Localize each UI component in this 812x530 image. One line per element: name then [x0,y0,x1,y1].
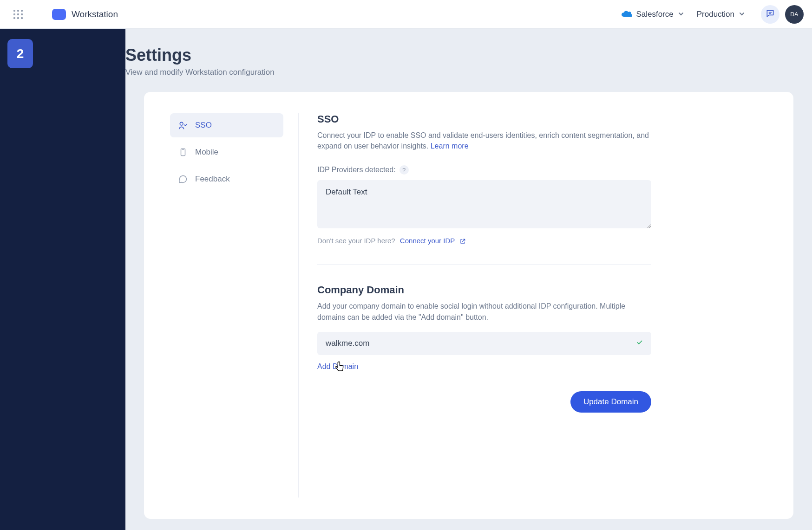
help-button[interactable] [761,5,779,24]
brand: Workstation [36,9,118,20]
help-tooltip-icon[interactable]: ? [399,165,409,175]
idp-hint: Don't see your IDP here? Connect your ID… [317,237,651,245]
avatar-initials: DA [790,11,799,18]
section-company-domain: Company Domain Add your company domain t… [317,264,651,432]
nav-tile-label: 2 [17,46,24,61]
idp-detected-label: IDP Providers detected: ? [317,165,651,175]
settings-tab-label: SSO [195,121,212,130]
section-sso: SSO Connect your IDP to enable SSO and v… [317,113,651,264]
topbar-divider [756,6,756,22]
svg-point-0 [180,122,183,125]
connect-idp-label: Connect your IDP [400,237,455,245]
user-avatar[interactable]: DA [785,5,804,24]
idp-label-text: IDP Providers detected: [317,166,396,174]
cloud-icon [621,11,631,18]
domain-value: walkme.com [326,339,369,348]
domain-description: Add your company domain to enable social… [317,301,651,322]
sso-description-text: Connect your IDP to enable SSO and valid… [317,131,649,150]
sso-description: Connect your IDP to enable SSO and valid… [317,130,651,151]
sso-heading: SSO [317,113,651,125]
domain-input-row[interactable]: walkme.com [317,332,651,355]
update-domain-button[interactable]: Update Domain [570,391,651,413]
settings-tab-label: Mobile [195,148,218,157]
add-domain-label: Add Domain [317,362,358,371]
mobile-icon [178,148,188,157]
chevron-down-icon [739,10,745,19]
feedback-icon [178,175,188,184]
external-link-icon [459,238,466,245]
page-subtitle: View and modify Workstation configuratio… [125,68,812,77]
idp-textarea[interactable] [317,180,651,228]
domain-actions: Update Domain [317,391,651,413]
check-icon [636,339,643,348]
learn-more-link[interactable]: Learn more [431,142,469,150]
brand-logo-icon [52,9,66,20]
settings-nav: SSO Mobile Feedback [170,113,283,498]
environment-selector[interactable]: Production [690,7,751,22]
chevron-down-icon [678,10,684,19]
settings-card: SSO Mobile Feedback [144,92,793,519]
page-title: Settings [125,45,812,65]
add-domain-link[interactable]: Add Domain [317,362,358,371]
domain-heading: Company Domain [317,284,651,296]
settings-tab-mobile[interactable]: Mobile [170,140,283,164]
nav-tile-2[interactable]: 2 [7,39,33,68]
sso-icon [178,121,188,130]
app-switcher-button[interactable] [0,0,36,29]
left-nav: 2 [0,29,125,530]
grid-icon [13,10,23,19]
settings-tab-label: Feedback [195,175,230,184]
idp-hint-text: Don't see your IDP here? [317,237,395,245]
page-header: Settings View and modify Workstation con… [125,29,812,77]
environment-selector-label: Production [697,10,734,19]
settings-tab-feedback[interactable]: Feedback [170,167,283,191]
settings-content: SSO Connect your IDP to enable SSO and v… [298,113,651,498]
settings-tab-sso[interactable]: SSO [170,113,283,137]
main: Settings View and modify Workstation con… [125,29,812,530]
chat-help-icon [766,9,775,20]
topbar: Workstation Salesforce Production DA [0,0,812,29]
brand-name: Workstation [72,9,118,19]
system-selector-label: Salesforce [636,10,673,19]
system-selector[interactable]: Salesforce [615,7,690,22]
connect-idp-link[interactable]: Connect your IDP [400,237,466,245]
